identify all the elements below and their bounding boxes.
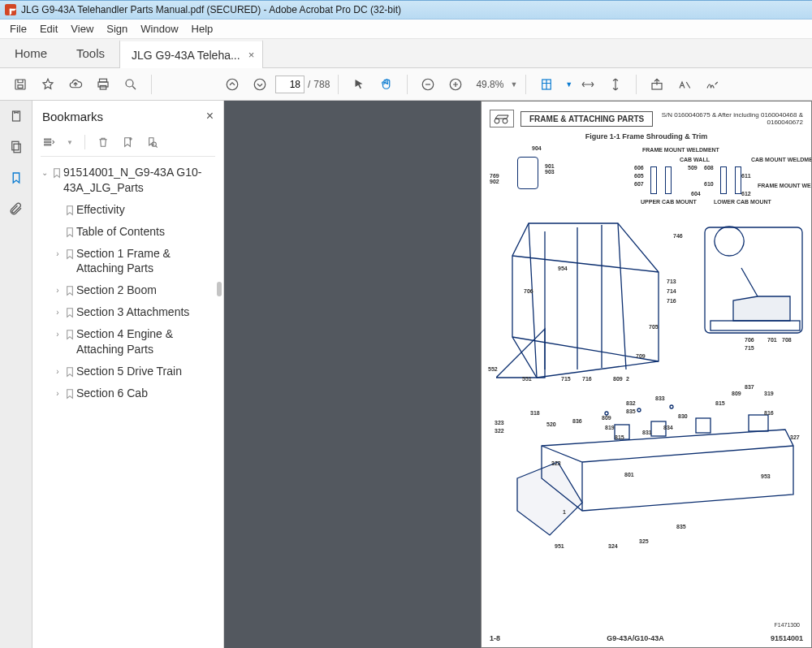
svg-rect-16 [45, 141, 51, 142]
zoom-dropdown-icon[interactable]: ▼ [510, 80, 517, 89]
toolbar-separator [338, 75, 339, 94]
highlight-icon[interactable] [672, 72, 697, 97]
print-icon[interactable] [91, 72, 115, 97]
left-rail [0, 101, 32, 648]
document-viewport[interactable]: FRAME & ATTACHING PARTS S/N 0160040675 &… [224, 101, 812, 648]
bookmark-root[interactable]: ⌄ 91514001_N_G9-43A G10-43A_JLG_Parts [37, 162, 218, 199]
chevron-right-icon[interactable]: › [52, 285, 63, 296]
svg-rect-4 [100, 85, 106, 89]
section-title: FRAME & ATTACHING PARTS [520, 111, 653, 127]
bookmark-icon [63, 387, 76, 400]
find-bookmark-icon[interactable] [145, 136, 158, 149]
bookmark-item[interactable]: ›Section 1 Frame & Attaching Parts [50, 243, 218, 280]
chevron-right-icon[interactable]: › [52, 248, 63, 260]
bookmark-label: 91514001_N_G9-43A G10-43A_JLG_Parts [63, 165, 217, 196]
bookmark-item[interactable]: ›Section 2 Boom [50, 279, 218, 301]
toolbar-separator [151, 75, 152, 94]
bookmark-tree: ⌄ 91514001_N_G9-43A G10-43A_JLG_Parts Ef… [32, 160, 223, 413]
menu-view[interactable]: View [64, 23, 100, 35]
chevron-down-icon[interactable]: ⌄ [39, 167, 50, 179]
svg-rect-17 [45, 145, 51, 145]
bookmark-icon [63, 306, 76, 319]
svg-point-7 [254, 79, 266, 90]
page-up-icon[interactable] [220, 72, 244, 97]
page-total: 788 [313, 79, 330, 90]
bookmark-item[interactable]: Table of Contents [50, 221, 218, 243]
sign-icon[interactable] [700, 72, 724, 97]
tab-document-label: JLG G9-43A Teleha... [132, 49, 240, 62]
diagram-label: UPPER CAB MOUNT [641, 199, 697, 205]
toolbar: / 788 49.8% ▼ ▼ [0, 68, 812, 101]
pages-icon[interactable] [9, 140, 24, 154]
tab-tools[interactable]: Tools [62, 39, 119, 67]
bookmark-label: Section 1 Frame & Attaching Parts [76, 246, 217, 277]
find-icon[interactable] [119, 72, 143, 97]
fit-page-icon[interactable] [603, 72, 628, 97]
menu-file[interactable]: File [3, 23, 33, 35]
menu-sign[interactable]: Sign [100, 23, 134, 35]
zoom-out-icon[interactable] [416, 72, 440, 97]
drawing-number: F1471300 [774, 622, 800, 628]
menu-help[interactable]: Help [185, 23, 220, 35]
bookmark-label: Section 2 Boom [76, 283, 217, 298]
bookmark-label: Section 4 Engine & Attaching Parts [76, 326, 217, 357]
figure-title: Figure 1-1 Frame Shrouding & Trim [482, 132, 811, 140]
new-bookmark-icon[interactable] [121, 136, 134, 149]
close-panel-icon[interactable]: × [206, 109, 214, 123]
svg-point-19 [495, 119, 499, 123]
bookmark-item[interactable]: ›Section 5 Drive Train [50, 361, 218, 382]
delete-bookmark-icon[interactable] [97, 136, 110, 149]
tab-home[interactable]: Home [0, 39, 62, 67]
share-icon[interactable] [645, 72, 669, 97]
diagram-label: FRAME MOUNT WELDMENT [758, 183, 812, 188]
save-icon[interactable] [8, 72, 32, 97]
hand-icon[interactable] [374, 72, 399, 97]
main-area: Bookmarks × ▼ ⌄ [0, 101, 812, 648]
attachments-icon[interactable] [9, 201, 24, 216]
page-down-icon[interactable] [248, 72, 272, 97]
close-tab-icon[interactable]: × [248, 49, 255, 61]
chevron-right-icon[interactable]: › [52, 307, 63, 318]
zoom-level[interactable]: 49.8% [476, 79, 503, 90]
bookmark-label: Table of Contents [76, 224, 217, 240]
page-display-icon[interactable] [534, 72, 559, 97]
diagram-label: CAB WALL [680, 157, 710, 162]
bookmark-options-icon[interactable] [42, 136, 55, 149]
chevron-right-icon[interactable]: › [52, 329, 63, 340]
star-icon[interactable] [36, 72, 60, 97]
app-icon [5, 4, 16, 15]
svg-point-5 [126, 80, 133, 87]
svg-rect-22 [710, 321, 800, 330]
bookmark-item[interactable]: Effectivity [50, 199, 218, 221]
selection-arrow-icon[interactable] [347, 72, 371, 97]
scrollbar-thumb[interactable] [217, 282, 222, 296]
zoom-in-icon[interactable] [443, 72, 468, 97]
menu-window[interactable]: Window [134, 23, 184, 35]
bookmark-item[interactable]: ›Section 3 Attachments [50, 301, 218, 323]
menu-edit[interactable]: Edit [33, 23, 64, 35]
page-current-input[interactable] [275, 76, 304, 93]
pdf-page: FRAME & ATTACHING PARTS S/N 0160040675 &… [481, 101, 812, 648]
bookmarks-rail-icon[interactable] [9, 171, 24, 185]
bookmark-icon [50, 166, 63, 179]
svg-rect-26 [749, 415, 768, 431]
fit-width-icon[interactable] [576, 72, 600, 97]
bookmark-item[interactable]: ›Section 4 Engine & Attaching Parts [50, 323, 218, 361]
diagram-label: LOWER CAB MOUNT [714, 199, 771, 205]
thumbnails-icon[interactable] [9, 109, 24, 123]
bookmark-icon [63, 328, 76, 341]
chevron-right-icon[interactable]: › [52, 366, 63, 378]
bookmark-item[interactable]: ›Section 6 Cab [50, 382, 218, 404]
page-display-dropdown-icon[interactable]: ▼ [565, 80, 572, 89]
bookmarks-title: Bookmarks [42, 110, 103, 123]
bookmark-icon [63, 204, 76, 217]
svg-rect-25 [696, 418, 710, 433]
bookmark-label: Section 3 Attachments [76, 305, 217, 320]
chevron-right-icon[interactable]: › [52, 388, 63, 400]
page-footer-right: 91514001 [771, 634, 803, 642]
page-indicator: / 788 [275, 76, 330, 93]
svg-rect-1 [18, 84, 23, 88]
tab-document[interactable]: JLG G9-43A Teleha... × [119, 40, 263, 68]
bookmark-icon [63, 365, 76, 378]
cloud-upload-icon[interactable] [63, 72, 88, 97]
